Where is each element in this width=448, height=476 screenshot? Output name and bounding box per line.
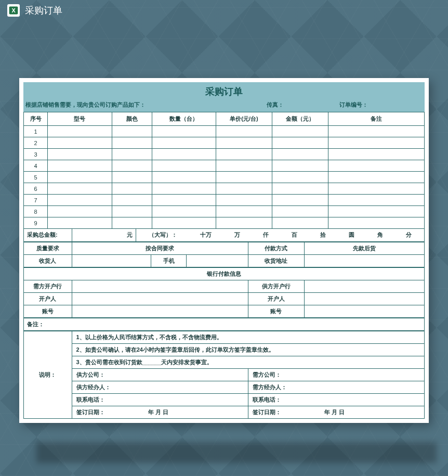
cell-qty[interactable]: [152, 137, 216, 149]
supply-bank-value[interactable]: [304, 280, 424, 292]
cell-model[interactable]: [48, 172, 112, 183]
cell-remark[interactable]: [328, 149, 424, 160]
cell-model[interactable]: [48, 195, 112, 206]
table-row: 9: [24, 217, 425, 229]
cell-amount[interactable]: [272, 149, 328, 160]
cell-price[interactable]: [216, 149, 272, 160]
cell-price[interactable]: [216, 137, 272, 149]
cell-amount[interactable]: [272, 160, 328, 172]
bank-section-title: 银行付款信息: [24, 267, 425, 280]
demand-holder-label: 开户人: [24, 292, 72, 305]
sign-date-label-1: 签订日期：: [76, 409, 105, 415]
unit-bai: 百: [292, 231, 297, 239]
cell-amount[interactable]: [272, 172, 328, 183]
quality-label: 质量要求: [24, 242, 72, 254]
desc-label: 说明：: [24, 331, 72, 418]
cell-color[interactable]: [112, 183, 152, 195]
cell-seq: 2: [24, 137, 48, 149]
cell-qty[interactable]: [152, 217, 216, 229]
cell-remark[interactable]: [328, 195, 424, 206]
cell-qty[interactable]: [152, 172, 216, 183]
desc-line3: 3、贵公司需在收到订货款______天内安排发货事宜。: [72, 356, 424, 368]
cell-qty[interactable]: [152, 183, 216, 195]
cell-amount[interactable]: [272, 217, 328, 229]
cell-qty[interactable]: [152, 126, 216, 137]
supplier-agent: 供方经办人：: [72, 381, 248, 393]
cell-remark[interactable]: [328, 183, 424, 195]
demand-bank-value[interactable]: [72, 280, 248, 292]
cell-qty[interactable]: [152, 149, 216, 160]
cell-color[interactable]: [112, 149, 152, 160]
cell-model[interactable]: [48, 149, 112, 160]
demand-holder-value[interactable]: [72, 292, 248, 305]
receiver-value[interactable]: [72, 255, 151, 267]
col-remark: 备注: [328, 112, 424, 126]
total-yuan-unit: 元: [72, 229, 136, 241]
unit-jiao: 角: [377, 231, 383, 239]
cell-color[interactable]: [112, 160, 152, 172]
cell-amount[interactable]: [272, 206, 328, 217]
cell-remark[interactable]: [328, 172, 424, 183]
cell-amount[interactable]: [272, 183, 328, 195]
cell-model[interactable]: [48, 160, 112, 172]
cell-model[interactable]: [48, 217, 112, 229]
cell-qty[interactable]: [152, 195, 216, 206]
cell-amount[interactable]: [272, 195, 328, 206]
demand-agent: 需方经办人：: [248, 381, 424, 393]
intro-text: 根据店铺销售需要，现向贵公司订购产品如下：: [25, 101, 267, 109]
cell-model[interactable]: [48, 137, 112, 149]
supply-account-label: 账号: [248, 305, 304, 317]
cell-color[interactable]: [112, 217, 152, 229]
table-row: 2: [24, 137, 425, 149]
cell-color[interactable]: [112, 126, 152, 137]
unit-wan: 万: [234, 231, 240, 239]
supplier-company: 供方公司：: [72, 368, 248, 381]
cell-model[interactable]: [48, 183, 112, 195]
supply-account-value[interactable]: [304, 305, 424, 317]
cell-remark[interactable]: [328, 217, 424, 229]
unit-fen: 分: [406, 231, 412, 239]
addr-value[interactable]: [304, 254, 424, 267]
cell-price[interactable]: [216, 217, 272, 229]
cell-color[interactable]: [112, 172, 152, 183]
desc-line1: 1、以上价格为人民币结算方式，不含税，不含物流费用。: [72, 331, 424, 343]
cell-remark[interactable]: [328, 126, 424, 137]
cell-color[interactable]: [112, 206, 152, 217]
order-no-label: 订单编号：: [339, 101, 423, 109]
demand-sign-date: 签订日期： 年 月 日: [248, 406, 424, 418]
cell-amount[interactable]: [272, 137, 328, 149]
total-label: 采购总金额:: [24, 229, 72, 241]
mobile-value[interactable]: [186, 255, 247, 267]
cell-seq: 8: [24, 206, 48, 217]
document-title: 采购订单: [23, 85, 425, 98]
sheet-shadow: [36, 442, 437, 463]
cell-amount[interactable]: [272, 126, 328, 137]
cell-qty[interactable]: [152, 160, 216, 172]
cell-price[interactable]: [216, 126, 272, 137]
cell-price[interactable]: [216, 160, 272, 172]
cell-qty[interactable]: [152, 206, 216, 217]
cell-color[interactable]: [112, 195, 152, 206]
bank-table: 银行付款信息 需方开户行 供方开户行 开户人 开户人 账号 账号: [23, 267, 425, 318]
fax-label: 传真：: [267, 101, 339, 109]
cell-seq: 5: [24, 172, 48, 183]
cell-color[interactable]: [112, 137, 152, 149]
cell-price[interactable]: [216, 172, 272, 183]
supply-holder-value[interactable]: [304, 292, 424, 305]
table-row: 3: [24, 149, 425, 160]
cell-remark[interactable]: [328, 206, 424, 217]
cell-model[interactable]: [48, 126, 112, 137]
supply-bank-label: 供方开户行: [248, 280, 304, 292]
cell-price[interactable]: [216, 195, 272, 206]
cell-remark[interactable]: [328, 137, 424, 149]
table-row: 4: [24, 160, 425, 172]
table-row: 1: [24, 126, 425, 137]
cell-remark[interactable]: [328, 160, 424, 172]
date-fmt-2: 年 月 日: [324, 409, 345, 415]
cell-model[interactable]: [48, 206, 112, 217]
cell-price[interactable]: [216, 206, 272, 217]
cell-price[interactable]: [216, 183, 272, 195]
demand-account-value[interactable]: [72, 305, 248, 317]
total-caps: （大写）： 十万 万 仟 百 拾 圆 角 分: [136, 229, 424, 241]
window-header: X 采购订单: [0, 0, 448, 21]
